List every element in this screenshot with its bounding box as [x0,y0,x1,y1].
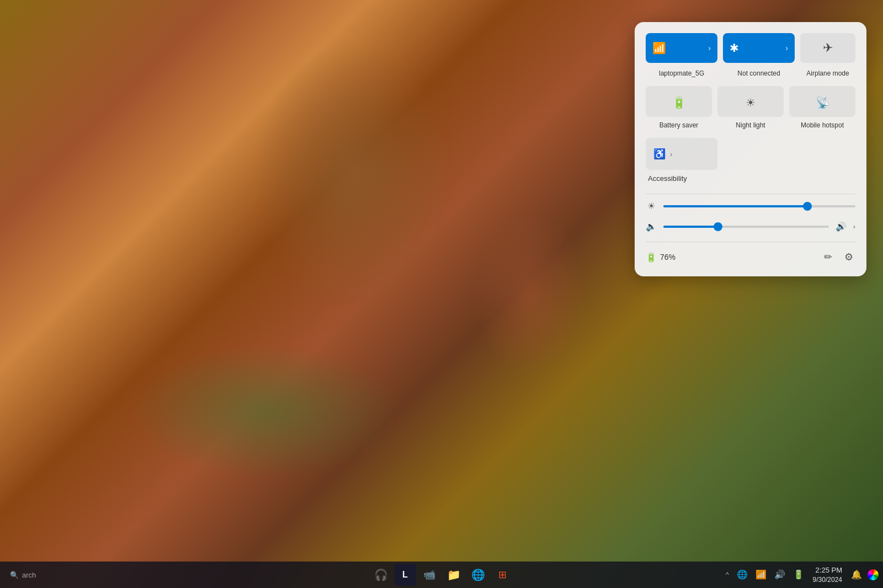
brightness-track[interactable] [663,205,855,207]
night-light-label: Night light [717,121,784,129]
qs-mid-row: 🔋 ☀ 📡 [646,86,855,117]
clock-area[interactable]: 2:25 PM 9/30/2024 [810,564,845,586]
battery-saver-label: Battery saver [646,121,712,129]
tray-globe-icon[interactable]: 🌐 [735,567,750,582]
edit-button[interactable]: ✏ [822,249,834,265]
tray-battery-icon[interactable]: 🔋 [791,567,806,582]
clock-date: 9/30/2024 [813,575,842,585]
search-text: arch [22,571,36,579]
accessibility-label: Accessibility [646,174,855,183]
brightness-slider-row: ☀ [646,201,855,211]
notification-bell-icon[interactable]: 🔔 [849,567,864,582]
taskbar-app-headphones[interactable]: 🎧 [370,564,392,586]
tray-wifi-icon[interactable]: 📶 [753,567,769,582]
taskbar: 🔍 arch 🎧 L 📹 📁 🌐 ⊞ ^ 🌐 📶 🔊 🔋 2:25 PM 9/3… [0,562,883,588]
volume-icon: 🔈 [646,221,657,232]
qs-bottom-actions: ✏ ⚙ [822,249,855,265]
qs-access-row: ♿ › [646,138,855,170]
tray-volume-icon[interactable]: 🔊 [772,567,788,582]
settings-button[interactable]: ⚙ [842,249,855,265]
bluetooth-button[interactable]: ✱ › [723,33,795,63]
volume-slider-row: 🔈 🔊 › [646,221,855,232]
volume-end-icon: 🔊 [836,221,847,232]
qs-label-row-1: laptopmate_5G Not connected Airplane mod… [646,70,855,77]
night-light-button[interactable]: ☀ [717,86,784,117]
color-wheel-icon[interactable] [868,569,879,580]
taskbar-app-l-icon[interactable]: L [394,564,416,586]
accessibility-button[interactable]: ♿ › [646,138,717,170]
mobile-hotspot-button[interactable]: 📡 [789,86,855,117]
volume-fill [663,226,718,228]
search-icon: 🔍 [10,571,19,579]
battery-status-icon: 🔋 [646,252,657,263]
qs-bottom-row: 🔋 76% ✏ ⚙ [646,249,855,265]
airplane-label: Airplane mode [800,70,855,77]
volume-chevron: › [853,222,855,231]
battery-saver-button[interactable]: 🔋 [646,86,712,117]
volume-track[interactable] [663,226,829,228]
brightness-fill [663,205,807,207]
wifi-chevron: › [708,44,711,52]
qs-access-label-row: Accessibility [646,174,855,183]
taskbar-search[interactable]: 🔍 arch [4,569,41,581]
divider-1 [646,194,855,194]
brightness-icon: ☀ [646,201,657,211]
divider-2 [646,242,855,242]
bluetooth-chevron: › [785,44,788,52]
wifi-icon: 📶 [652,41,666,55]
volume-thumb[interactable] [714,222,722,231]
qs-label-row-2: Battery saver Night light Mobile hotspot [646,121,855,129]
taskbar-center-apps: 🎧 L 📹 📁 🌐 ⊞ [370,564,513,586]
bluetooth-label: Not connected [723,70,795,77]
battery-saver-icon: 🔋 [672,96,686,109]
battery-percent: 76% [660,253,675,261]
battery-info: 🔋 76% [646,252,675,263]
mobile-hotspot-icon: 📡 [816,96,829,109]
taskbar-app-files[interactable]: 📁 [443,564,465,586]
wifi-button[interactable]: 📶 › [646,33,717,63]
taskbar-app-teams[interactable]: 📹 [418,564,440,586]
taskbar-app-store[interactable]: ⊞ [491,564,513,586]
mobile-hotspot-label: Mobile hotspot [789,121,855,129]
wifi-label: laptopmate_5G [646,70,717,77]
airplane-icon: ✈ [823,41,833,55]
qs-top-row: 📶 › ✱ › ✈ [646,33,855,63]
wifi-icon-label: 📶 [652,41,666,55]
brightness-thumb[interactable] [803,202,812,211]
taskbar-left: 🔍 arch [4,569,41,581]
accessibility-chevron: › [670,150,672,158]
quick-settings-panel: 📶 › ✱ › ✈ laptopmate_5G Not connected Ai… [635,22,866,276]
clock-time: 2:25 PM [816,565,842,575]
airplane-button[interactable]: ✈ [800,33,855,63]
taskbar-right: ^ 🌐 📶 🔊 🔋 2:25 PM 9/30/2024 🔔 [724,564,879,586]
bluetooth-icon: ✱ [730,41,739,55]
night-light-icon: ☀ [746,96,756,109]
taskbar-app-edge[interactable]: 🌐 [467,564,489,586]
tray-chevron[interactable]: ^ [724,569,731,581]
accessibility-icon: ♿ [653,148,666,160]
bluetooth-icon-label: ✱ [730,41,739,55]
